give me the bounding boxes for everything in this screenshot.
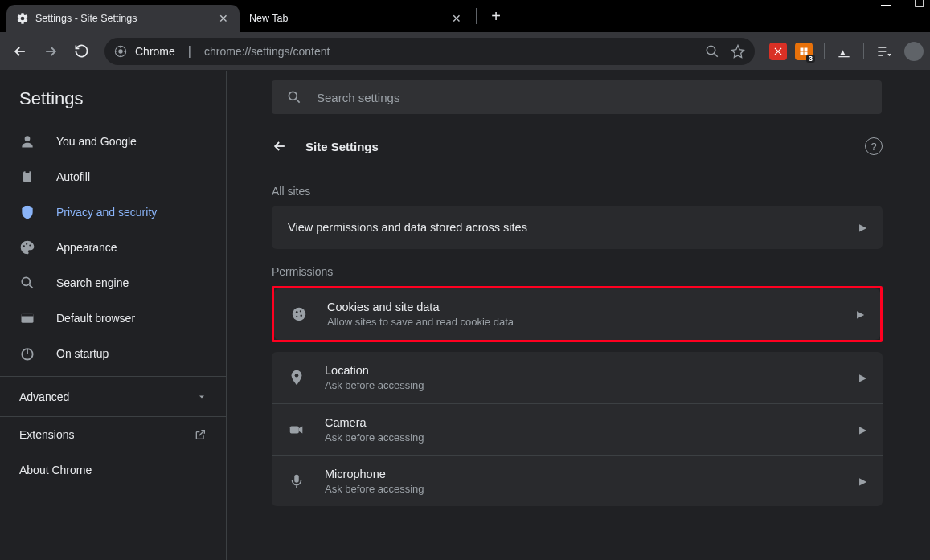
- omnibox-origin: Chrome: [135, 45, 175, 58]
- extension-separator: [824, 43, 825, 59]
- svg-point-23: [296, 316, 297, 317]
- browser-toolbar: Chrome | chrome://settings/content 3: [0, 32, 930, 71]
- reload-button[interactable]: [68, 38, 95, 65]
- page-header: Site Settings ?: [272, 124, 883, 169]
- row-title: Cookies and site data: [327, 300, 838, 313]
- sidebar-item-label: On startup: [56, 347, 109, 360]
- sidebar-item-on-startup[interactable]: On startup: [0, 336, 226, 371]
- close-icon[interactable]: ✕: [450, 12, 463, 25]
- svg-rect-7: [801, 51, 804, 55]
- chevron-right-icon: ▶: [859, 476, 866, 487]
- svg-point-21: [296, 311, 298, 313]
- sidebar-item-label: Privacy and security: [56, 206, 157, 219]
- tab-separator: [476, 8, 477, 24]
- svg-rect-26: [290, 426, 299, 433]
- maximize-button[interactable]: [914, 0, 925, 8]
- svg-rect-1: [916, 0, 924, 6]
- sidebar-link-about[interactable]: About Chrome: [0, 452, 226, 488]
- extensions-area: 3: [764, 42, 924, 61]
- sidebar-item-autofill[interactable]: Autofill: [0, 159, 226, 194]
- sidebar-item-privacy-security[interactable]: Privacy and security: [0, 194, 226, 230]
- person-icon: [19, 133, 35, 149]
- zoom-search-icon[interactable]: [705, 44, 719, 59]
- shield-icon: [19, 204, 35, 220]
- row-title: Microphone: [325, 468, 840, 480]
- row-subtitle: Ask before accessing: [325, 379, 840, 391]
- svg-point-19: [289, 92, 297, 100]
- row-cookies[interactable]: Cookies and site data Allow sites to sav…: [274, 288, 880, 340]
- settings-sidebar: Settings You and Google Autofill Privacy…: [0, 71, 227, 560]
- svg-rect-0: [881, 5, 891, 6]
- section-label-all-sites: All sites: [272, 169, 883, 206]
- chevron-right-icon: ▶: [859, 222, 866, 233]
- sidebar-item-you-and-google[interactable]: You and Google: [0, 124, 226, 159]
- highlighted-row: Cookies and site data Allow sites to sav…: [272, 286, 883, 342]
- sidebar-item-label: You and Google: [56, 135, 137, 148]
- tab-settings[interactable]: Settings - Site Settings ✕: [6, 5, 240, 32]
- minimize-button[interactable]: [880, 0, 891, 8]
- row-location[interactable]: Location Ask before accessing ▶: [272, 352, 883, 403]
- row-title: Camera: [325, 416, 840, 429]
- sidebar-item-search-engine[interactable]: Search engine: [0, 265, 226, 300]
- new-tab-button[interactable]: +: [485, 5, 507, 27]
- sidebar-advanced-toggle[interactable]: Advanced: [0, 376, 226, 416]
- svg-point-22: [300, 310, 301, 312]
- svg-rect-11: [26, 170, 30, 173]
- row-subtitle: Ask before accessing: [325, 483, 840, 495]
- extension-icon-1[interactable]: [769, 43, 787, 60]
- site-info-icon[interactable]: [114, 45, 127, 58]
- row-title: View permissions and data stored across …: [288, 221, 840, 234]
- omnibox-url: chrome://settings/content: [204, 45, 330, 58]
- page-title: Site Settings: [305, 140, 379, 153]
- sidebar-item-label: Appearance: [56, 241, 117, 254]
- tab-title: Settings - Site Settings: [35, 13, 211, 24]
- settings-main: Site Settings ? All sites View permissio…: [227, 71, 930, 560]
- row-microphone[interactable]: Microphone Ask before accessing ▶: [272, 455, 883, 506]
- svg-rect-27: [294, 474, 299, 482]
- advanced-label: Advanced: [19, 390, 69, 403]
- about-label: About Chrome: [19, 464, 92, 476]
- omnibox-separator: |: [188, 44, 191, 59]
- extension-icon-2[interactable]: 3: [795, 43, 813, 60]
- svg-point-13: [26, 243, 27, 245]
- open-external-icon: [194, 428, 207, 441]
- address-bar[interactable]: Chrome | chrome://settings/content: [104, 38, 755, 65]
- cast-icon[interactable]: [836, 43, 852, 59]
- svg-rect-6: [805, 47, 808, 51]
- section-label-permissions: Permissions: [272, 249, 883, 286]
- row-all-sites[interactable]: View permissions and data stored across …: [272, 206, 883, 249]
- sidebar-link-extensions[interactable]: Extensions: [0, 417, 226, 452]
- palette-icon: [19, 239, 35, 255]
- sidebar-item-label: Default browser: [56, 312, 135, 325]
- svg-point-9: [25, 136, 31, 141]
- clipboard-icon: [19, 169, 35, 185]
- svg-point-3: [118, 49, 122, 53]
- media-control-icon[interactable]: [875, 43, 891, 59]
- search-settings-bar[interactable]: [272, 80, 882, 114]
- bookmark-star-icon[interactable]: [731, 44, 745, 59]
- location-icon: [288, 369, 305, 386]
- back-button[interactable]: [6, 38, 34, 65]
- svg-point-25: [295, 374, 299, 378]
- svg-rect-5: [801, 47, 804, 51]
- search-icon: [19, 275, 35, 291]
- chevron-right-icon: ▶: [859, 372, 866, 383]
- extension-separator: [863, 43, 864, 59]
- profile-avatar[interactable]: [904, 42, 924, 61]
- sidebar-item-appearance[interactable]: Appearance: [0, 230, 226, 265]
- row-camera[interactable]: Camera Ask before accessing ▶: [272, 403, 883, 455]
- chevron-right-icon: ▶: [859, 424, 866, 435]
- search-icon: [286, 89, 302, 105]
- search-settings-input[interactable]: [317, 91, 867, 104]
- close-icon[interactable]: ✕: [217, 12, 230, 25]
- chevron-right-icon: ▶: [857, 309, 864, 320]
- help-icon[interactable]: ?: [865, 137, 883, 155]
- forward-button[interactable]: [37, 38, 64, 65]
- sidebar-item-default-browser[interactable]: Default browser: [0, 300, 226, 336]
- browser-icon: [19, 310, 35, 326]
- microphone-icon: [288, 472, 305, 490]
- svg-rect-10: [23, 171, 31, 182]
- back-icon[interactable]: [272, 138, 288, 154]
- extension-badge: 3: [806, 55, 815, 63]
- tab-newtab[interactable]: New Tab ✕: [240, 5, 473, 32]
